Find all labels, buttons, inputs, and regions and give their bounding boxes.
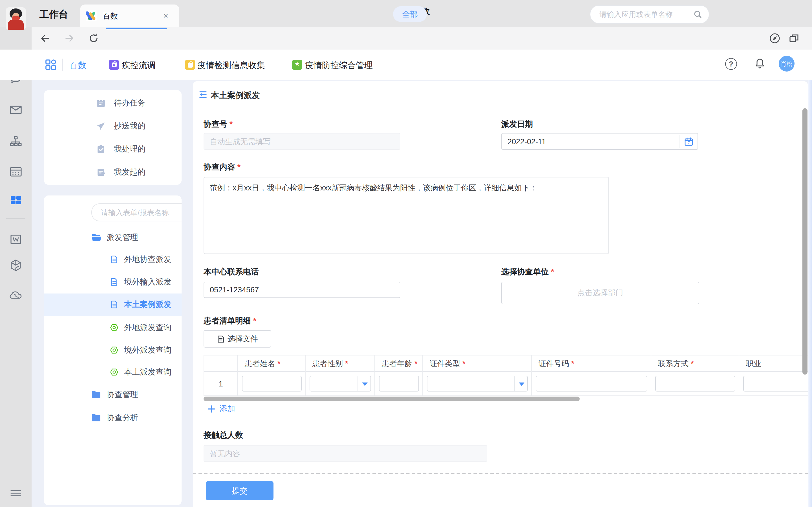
form-tree-card: 派发管理 外地协查派发 境外输入派发 本土案例派发 外地派发查询 xyxy=(44,195,182,505)
patient-table: 患者姓名* 患者性别* 患者年龄* 证件类型* 证件号码* 联系方式* 职业 1 xyxy=(204,355,808,396)
app-search-input[interactable] xyxy=(598,6,691,23)
patient-gender-cell xyxy=(306,372,375,396)
occupation-cell xyxy=(739,372,808,396)
form-search-input[interactable] xyxy=(100,204,182,221)
field-label-assist-no: 协查号* xyxy=(204,119,233,129)
field-label-dispatch-date: 派发日期 xyxy=(501,119,533,129)
sidebar-item-initiated[interactable]: 我发起的 xyxy=(44,161,182,184)
sidebar-item-label: 待办任务 xyxy=(114,98,146,108)
nav-item-epidemic-mgmt[interactable]: 疫情防控综合管理 xyxy=(305,60,373,71)
open-in-browser-icon[interactable] xyxy=(769,33,780,44)
user-badge[interactable]: 肖松 xyxy=(779,56,795,71)
org-chart-icon[interactable] xyxy=(8,134,23,149)
paper-plane-icon xyxy=(96,121,106,131)
assist-unit-picker[interactable]: 点击选择部门 xyxy=(501,282,699,304)
app-window: 工作台 百数 × 百数 1 xyxy=(0,0,812,507)
calendar-grid-icon[interactable] xyxy=(8,165,23,179)
sidebar-item-cc-me[interactable]: 抄送我的 xyxy=(44,115,182,137)
required-mark: * xyxy=(238,162,241,171)
dispatch-date-field[interactable]: 2022-02-11 7 xyxy=(501,133,698,150)
patient-name-cell xyxy=(238,372,306,396)
back-icon[interactable] xyxy=(40,33,50,43)
nav-item-baishu[interactable]: 百数 xyxy=(69,60,86,71)
tree-item-jingwai-query[interactable]: 境外派发查询 xyxy=(44,339,182,362)
field-label-center-phone: 本中心联系电话 xyxy=(204,267,259,277)
page-vertical-scrollbar[interactable] xyxy=(802,108,808,375)
tree-folder-xiecha-mgmt[interactable]: 协查管理 xyxy=(44,384,182,406)
query-hexagon-icon xyxy=(110,346,118,354)
tree-item-waidi-xiecha[interactable]: 外地协查派发 xyxy=(44,248,182,271)
query-hexagon-icon xyxy=(110,368,118,376)
contact-cell xyxy=(651,372,739,396)
workbench-icon[interactable] xyxy=(8,193,23,207)
row-index-cell: 1 xyxy=(204,372,238,396)
sidebar-item-label: 我处理的 xyxy=(114,144,146,154)
add-row-button[interactable]: 添加 xyxy=(207,404,235,414)
column-header-age: 患者年龄* xyxy=(375,355,423,372)
id-type-select[interactable] xyxy=(427,376,528,392)
id-type-cell xyxy=(423,372,532,396)
folder-icon xyxy=(91,413,100,422)
popout-window-icon[interactable] xyxy=(789,33,799,43)
sidebar-menu-card: 待办任务 抄送我的 我处理的 我发起的 xyxy=(44,90,182,185)
collapse-panel-icon[interactable] xyxy=(199,90,207,99)
patient-age-input[interactable] xyxy=(379,376,419,392)
center-phone-input[interactable] xyxy=(204,282,400,298)
forward-icon[interactable] xyxy=(64,33,74,43)
tree-item-jingwai-shuru[interactable]: 境外输入派发 xyxy=(44,271,182,293)
patient-gender-select[interactable] xyxy=(310,376,371,392)
svg-text:7: 7 xyxy=(688,140,690,145)
assist-content-textarea[interactable]: 范例：x月xx日，我中心检测一名xxx新冠病毒核酸结果为阳性，该病例位于你区，详… xyxy=(204,177,609,254)
app-search-box[interactable] xyxy=(590,5,709,24)
nav-item-disease-control[interactable]: 疾控流调 xyxy=(122,60,156,71)
active-tab-underline xyxy=(106,27,167,29)
sidebar-item-processed[interactable]: 我处理的 xyxy=(44,138,182,161)
cube-icon[interactable] xyxy=(8,258,23,273)
form-title: 本土案例派发 xyxy=(211,90,260,101)
table-horizontal-scrollbar[interactable] xyxy=(204,397,580,401)
cloud-phone-icon[interactable] xyxy=(8,288,23,302)
rail-divider xyxy=(6,218,26,219)
submit-button[interactable]: 提交 xyxy=(206,481,273,500)
field-label-assist-content: 协查内容* xyxy=(204,162,241,172)
nav-item-all[interactable]: 全部 xyxy=(393,6,427,22)
tree-folder-dispatch-mgmt[interactable]: 派发管理 xyxy=(44,226,182,249)
tree-item-waidi-query[interactable]: 外地派发查询 xyxy=(44,317,182,339)
apps-grid-icon[interactable] xyxy=(44,58,57,71)
notification-bell-icon[interactable] xyxy=(754,57,766,69)
help-icon[interactable]: ? xyxy=(725,58,737,70)
form-search-box[interactable] xyxy=(91,203,182,221)
browser-toolbar xyxy=(0,27,812,50)
occupation-input[interactable] xyxy=(743,376,808,392)
id-number-input[interactable] xyxy=(536,376,647,392)
user-avatar[interactable] xyxy=(6,7,26,30)
calendar-check-icon xyxy=(96,98,106,108)
app-icon-detect-collect xyxy=(185,60,195,70)
field-label-assist-unit: 选择协查单位* xyxy=(501,267,554,277)
document-icon xyxy=(110,300,118,309)
id-number-cell xyxy=(532,372,651,396)
column-header-id-number: 证件号码* xyxy=(532,355,651,372)
tree-item-bentu-anli[interactable]: 本土案例派发 xyxy=(44,293,182,316)
tree-item-bentu-query[interactable]: 本土派发查询 xyxy=(44,361,182,384)
reload-icon[interactable] xyxy=(89,33,99,43)
assist-no-input[interactable] xyxy=(204,133,400,150)
calendar-icon[interactable]: 7 xyxy=(684,137,694,147)
form-panel: 本土案例派发 协查号* 派发日期 2022-02-11 7 协查内容* 范例：x… xyxy=(193,81,808,507)
choose-file-button[interactable]: 选择文件 xyxy=(204,330,271,348)
patient-name-input[interactable] xyxy=(242,376,302,392)
sidebar-item-todo[interactable]: 待办任务 xyxy=(44,92,182,114)
tree-folder-xiecha-analysis[interactable]: 协查分析 xyxy=(44,407,182,429)
total-contacts-input[interactable] xyxy=(204,445,487,462)
sidebar-item-label: 抄送我的 xyxy=(114,121,146,131)
search-icon xyxy=(694,10,702,18)
menu-icon[interactable] xyxy=(8,486,23,500)
contact-input[interactable] xyxy=(655,376,735,392)
column-header-id-type: 证件类型* xyxy=(423,355,532,372)
mail-icon[interactable] xyxy=(8,103,23,117)
field-label-patient-list: 患者清单明细* xyxy=(204,316,256,326)
nav-item-epidemic-collect[interactable]: 疫情检测信息收集 xyxy=(197,60,265,71)
nav-divider xyxy=(62,59,63,71)
w-doc-icon[interactable] xyxy=(8,232,23,247)
column-header-index xyxy=(204,355,238,372)
